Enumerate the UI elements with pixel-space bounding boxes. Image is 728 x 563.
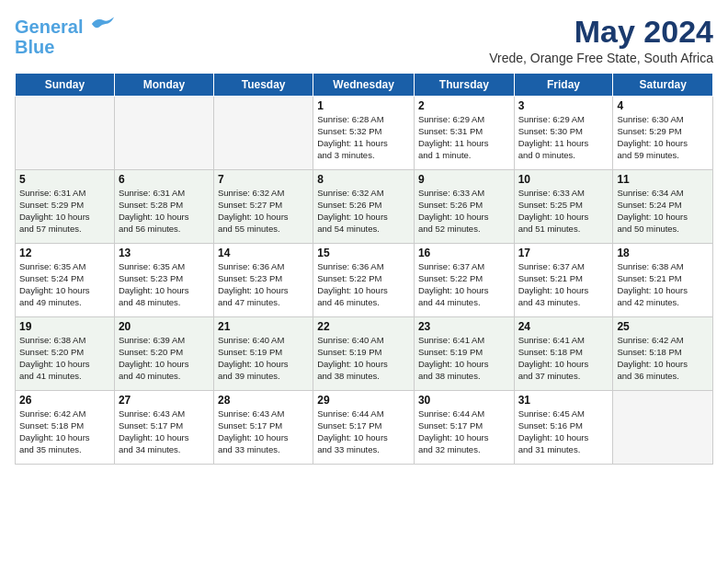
- calendar-cell: 30Sunrise: 6:44 AM Sunset: 5:17 PM Dayli…: [414, 391, 514, 465]
- calendar-week-row: 5Sunrise: 6:31 AM Sunset: 5:29 PM Daylig…: [16, 170, 713, 244]
- day-number: 14: [218, 247, 309, 259]
- calendar-cell: 21Sunrise: 6:40 AM Sunset: 5:19 PM Dayli…: [213, 317, 313, 391]
- day-info: Sunrise: 6:41 AM Sunset: 5:18 PM Dayligh…: [518, 335, 609, 382]
- day-number: 2: [418, 99, 510, 112]
- day-info: Sunrise: 6:35 AM Sunset: 5:24 PM Dayligh…: [19, 261, 110, 308]
- day-number: 19: [19, 320, 110, 333]
- calendar-cell: 24Sunrise: 6:41 AM Sunset: 5:18 PM Dayli…: [514, 317, 613, 391]
- calendar-cell: 26Sunrise: 6:42 AM Sunset: 5:18 PM Dayli…: [16, 391, 115, 465]
- calendar-cell: 14Sunrise: 6:36 AM Sunset: 5:23 PM Dayli…: [213, 244, 313, 317]
- calendar-cell: 19Sunrise: 6:38 AM Sunset: 5:20 PM Dayli…: [16, 317, 115, 391]
- day-number: 26: [19, 394, 110, 407]
- day-number: 22: [317, 320, 410, 333]
- logo-blue: Blue: [15, 37, 116, 57]
- day-number: 15: [317, 247, 410, 259]
- calendar-week-row: 19Sunrise: 6:38 AM Sunset: 5:20 PM Dayli…: [16, 317, 713, 391]
- day-info: Sunrise: 6:32 AM Sunset: 5:27 PM Dayligh…: [218, 188, 309, 235]
- calendar-week-row: 12Sunrise: 6:35 AM Sunset: 5:24 PM Dayli…: [16, 244, 713, 317]
- day-number: 4: [617, 99, 709, 112]
- day-info: Sunrise: 6:42 AM Sunset: 5:18 PM Dayligh…: [19, 408, 110, 455]
- calendar-cell: 20Sunrise: 6:39 AM Sunset: 5:20 PM Dayli…: [114, 317, 213, 391]
- weekday-header-tuesday: Tuesday: [213, 74, 313, 97]
- day-number: 18: [617, 247, 709, 259]
- subtitle: Vrede, Orange Free State, South Africa: [489, 51, 713, 65]
- calendar-cell: 4Sunrise: 6:30 AM Sunset: 5:29 PM Daylig…: [613, 97, 713, 170]
- calendar-cell: [114, 97, 213, 170]
- day-number: 9: [418, 173, 510, 186]
- calendar-cell: 6Sunrise: 6:31 AM Sunset: 5:28 PM Daylig…: [114, 170, 213, 244]
- day-info: Sunrise: 6:44 AM Sunset: 5:17 PM Dayligh…: [317, 408, 410, 455]
- calendar-cell: 8Sunrise: 6:32 AM Sunset: 5:26 PM Daylig…: [313, 170, 415, 244]
- calendar-cell: [16, 97, 115, 170]
- day-info: Sunrise: 6:39 AM Sunset: 5:20 PM Dayligh…: [119, 335, 210, 382]
- main-title: May 2024: [489, 15, 713, 49]
- day-info: Sunrise: 6:33 AM Sunset: 5:25 PM Dayligh…: [518, 188, 609, 235]
- calendar-cell: 5Sunrise: 6:31 AM Sunset: 5:29 PM Daylig…: [16, 170, 115, 244]
- calendar-cell: [613, 391, 713, 465]
- calendar-cell: 12Sunrise: 6:35 AM Sunset: 5:24 PM Dayli…: [16, 244, 115, 317]
- calendar-cell: 25Sunrise: 6:42 AM Sunset: 5:18 PM Dayli…: [613, 317, 713, 391]
- calendar-week-row: 1Sunrise: 6:28 AM Sunset: 5:32 PM Daylig…: [16, 97, 713, 170]
- day-number: 17: [518, 247, 609, 259]
- logo: General Blue: [15, 15, 116, 57]
- weekday-header-friday: Friday: [514, 74, 613, 97]
- calendar-cell: 16Sunrise: 6:37 AM Sunset: 5:22 PM Dayli…: [414, 244, 514, 317]
- day-info: Sunrise: 6:30 AM Sunset: 5:29 PM Dayligh…: [617, 114, 709, 161]
- day-info: Sunrise: 6:32 AM Sunset: 5:26 PM Dayligh…: [317, 188, 410, 235]
- day-info: Sunrise: 6:33 AM Sunset: 5:26 PM Dayligh…: [418, 188, 510, 235]
- day-number: 29: [317, 394, 410, 407]
- day-number: 3: [518, 99, 609, 112]
- day-number: 21: [218, 320, 309, 333]
- calendar-cell: 10Sunrise: 6:33 AM Sunset: 5:25 PM Dayli…: [514, 170, 613, 244]
- day-info: Sunrise: 6:36 AM Sunset: 5:22 PM Dayligh…: [317, 261, 410, 308]
- day-info: Sunrise: 6:29 AM Sunset: 5:31 PM Dayligh…: [418, 114, 510, 161]
- title-block: May 2024 Vrede, Orange Free State, South…: [489, 15, 713, 65]
- weekday-header-thursday: Thursday: [414, 74, 514, 97]
- day-number: 5: [19, 173, 110, 186]
- calendar-cell: 17Sunrise: 6:37 AM Sunset: 5:21 PM Dayli…: [514, 244, 613, 317]
- day-number: 12: [19, 247, 110, 259]
- day-number: 23: [418, 320, 510, 333]
- calendar-cell: 22Sunrise: 6:40 AM Sunset: 5:19 PM Dayli…: [313, 317, 415, 391]
- calendar-cell: 9Sunrise: 6:33 AM Sunset: 5:26 PM Daylig…: [414, 170, 514, 244]
- logo-general: General: [15, 17, 83, 37]
- day-number: 7: [218, 173, 309, 186]
- day-info: Sunrise: 6:31 AM Sunset: 5:29 PM Dayligh…: [19, 188, 110, 235]
- calendar-cell: 23Sunrise: 6:41 AM Sunset: 5:19 PM Dayli…: [414, 317, 514, 391]
- weekday-header-sunday: Sunday: [16, 74, 115, 97]
- day-info: Sunrise: 6:37 AM Sunset: 5:22 PM Dayligh…: [418, 261, 510, 308]
- calendar-cell: 11Sunrise: 6:34 AM Sunset: 5:24 PM Dayli…: [613, 170, 713, 244]
- day-number: 11: [617, 173, 709, 186]
- day-number: 30: [418, 394, 510, 407]
- day-number: 8: [317, 173, 410, 186]
- calendar-week-row: 26Sunrise: 6:42 AM Sunset: 5:18 PM Dayli…: [16, 391, 713, 465]
- calendar-cell: 29Sunrise: 6:44 AM Sunset: 5:17 PM Dayli…: [313, 391, 415, 465]
- day-info: Sunrise: 6:43 AM Sunset: 5:17 PM Dayligh…: [119, 408, 210, 455]
- day-number: 1: [317, 99, 410, 112]
- day-number: 20: [119, 320, 210, 333]
- page: General Blue May 2024 Vrede, Orange Free…: [0, 0, 728, 563]
- day-info: Sunrise: 6:34 AM Sunset: 5:24 PM Dayligh…: [617, 188, 709, 235]
- weekday-header-saturday: Saturday: [613, 74, 713, 97]
- day-info: Sunrise: 6:41 AM Sunset: 5:19 PM Dayligh…: [418, 335, 510, 382]
- day-number: 28: [218, 394, 309, 407]
- weekday-header-wednesday: Wednesday: [313, 74, 415, 97]
- day-number: 31: [518, 394, 609, 407]
- calendar-table: SundayMondayTuesdayWednesdayThursdayFrid…: [15, 73, 713, 465]
- day-info: Sunrise: 6:43 AM Sunset: 5:17 PM Dayligh…: [218, 408, 309, 455]
- day-number: 16: [418, 247, 510, 259]
- weekday-header-monday: Monday: [114, 74, 213, 97]
- calendar-cell: 7Sunrise: 6:32 AM Sunset: 5:27 PM Daylig…: [213, 170, 313, 244]
- day-number: 25: [617, 320, 709, 333]
- day-info: Sunrise: 6:38 AM Sunset: 5:21 PM Dayligh…: [617, 261, 709, 308]
- day-info: Sunrise: 6:31 AM Sunset: 5:28 PM Dayligh…: [119, 188, 210, 235]
- logo-text: General: [15, 15, 116, 37]
- day-info: Sunrise: 6:37 AM Sunset: 5:21 PM Dayligh…: [518, 261, 609, 308]
- day-number: 27: [119, 394, 210, 407]
- calendar-cell: 2Sunrise: 6:29 AM Sunset: 5:31 PM Daylig…: [414, 97, 514, 170]
- calendar-cell: 27Sunrise: 6:43 AM Sunset: 5:17 PM Dayli…: [114, 391, 213, 465]
- day-number: 13: [119, 247, 210, 259]
- day-info: Sunrise: 6:44 AM Sunset: 5:17 PM Dayligh…: [418, 408, 510, 455]
- day-info: Sunrise: 6:45 AM Sunset: 5:16 PM Dayligh…: [518, 408, 609, 455]
- calendar-cell: 1Sunrise: 6:28 AM Sunset: 5:32 PM Daylig…: [313, 97, 415, 170]
